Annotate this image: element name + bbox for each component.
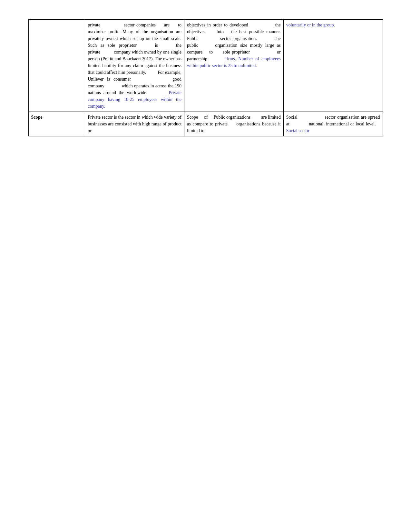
row1-col1	[28, 20, 85, 112]
blue-text-private: Private company having 10-25 employees w…	[88, 90, 181, 109]
page-container: private sector companies are to maximize…	[28, 19, 383, 136]
blue-firms: firms.	[225, 56, 236, 61]
scope-col4: Social sector organisation are spread at…	[283, 112, 383, 136]
blue-social-sector: Social sector	[286, 128, 309, 133]
scope-col3-text: Scope of Public organizations are limite…	[187, 115, 281, 133]
scope-col1: Scope	[28, 112, 85, 136]
row1-col3-text: objectives in order to developed the obj…	[187, 23, 281, 68]
scope-col2-text: Private sector is the sector in which wi…	[88, 115, 181, 133]
row1-col2: private sector companies are to maximize…	[85, 20, 184, 112]
table-row-1: private sector companies are to maximize…	[28, 20, 383, 112]
row1-col4: voluntarily or in the group.	[283, 20, 383, 112]
scope-col4-text: Social sector organisation are spread at…	[286, 115, 380, 133]
row1-col3: objectives in order to developed the obj…	[184, 20, 284, 112]
blue-voluntarily: voluntarily or in the group.	[286, 23, 335, 27]
comparison-table: private sector companies are to maximize…	[28, 19, 383, 136]
scope-label: Scope	[31, 115, 43, 120]
row1-col2-text: private sector companies are to maximize…	[88, 23, 181, 109]
scope-col3: Scope of Public organizations are limite…	[184, 112, 284, 136]
scope-col2: Private sector is the sector in which wi…	[85, 112, 184, 136]
table-row-scope: Scope Private sector is the sector in wh…	[28, 112, 383, 136]
